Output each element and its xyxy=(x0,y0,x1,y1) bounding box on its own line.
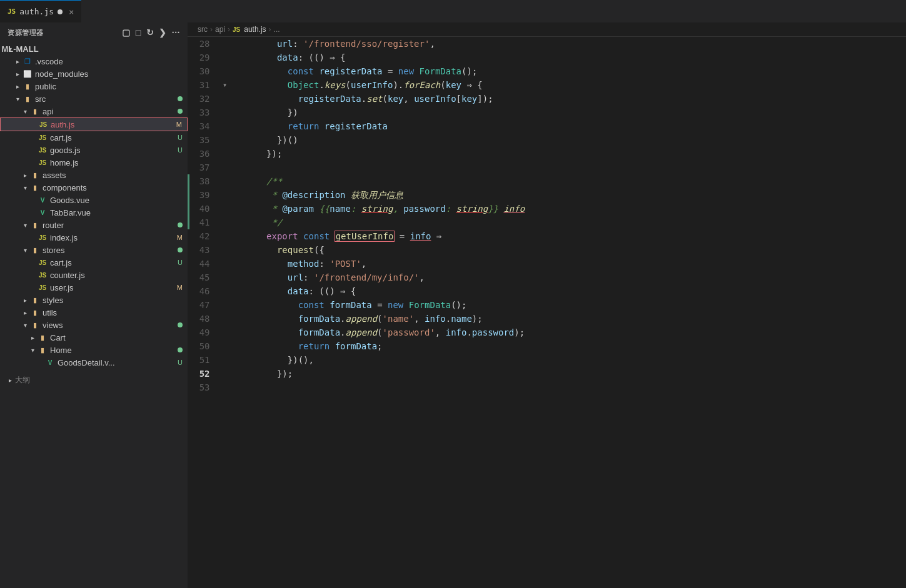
sidebar-item-stores[interactable]: ▮ stores xyxy=(0,244,188,256)
line-number: 45 xyxy=(189,271,220,284)
table-row: 49 formData.append('password', info.pass… xyxy=(189,326,907,339)
line-code: const formData = new FormData(); xyxy=(230,298,907,312)
new-folder-icon[interactable]: □ xyxy=(136,27,141,37)
line-code: /** xyxy=(230,174,907,188)
tree-label: assets xyxy=(43,171,188,180)
more-icon[interactable]: ··· xyxy=(172,27,180,37)
tree-label: cart.js xyxy=(50,133,178,142)
spacer xyxy=(28,232,38,242)
sidebar-item-auth-js[interactable]: JS auth.js M xyxy=(0,117,188,131)
sidebar-item-node-modules[interactable]: ⬜ node_modules xyxy=(0,67,188,80)
line-code: })(), xyxy=(230,353,907,367)
refresh-icon[interactable]: ↻ xyxy=(146,27,154,37)
line-arrow xyxy=(220,37,230,51)
table-row: 35 })() xyxy=(189,133,907,147)
sidebar-item-cart-js[interactable]: JS cart.js U xyxy=(0,131,188,144)
sidebar-item-styles[interactable]: ▮ styles xyxy=(0,294,188,306)
chevron-icon xyxy=(13,94,23,104)
line-number: 35 xyxy=(189,133,220,147)
sidebar-item-tabbar-vue[interactable]: V TabBar.vue xyxy=(0,206,188,219)
sidebar-item-router[interactable]: ▮ router xyxy=(0,219,188,231)
new-file-icon[interactable]: ▢ xyxy=(122,27,131,37)
line-number: 33 xyxy=(189,106,220,119)
sidebar-item-user-js[interactable]: JS user.js M xyxy=(0,281,188,294)
sidebar-item-router-index-js[interactable]: JS index.js M xyxy=(0,231,188,244)
spacer xyxy=(28,207,38,217)
folder-icon: ▮ xyxy=(23,81,33,91)
line-code: })() xyxy=(230,133,907,147)
modified-badge: M xyxy=(176,121,182,128)
line-number: 43 xyxy=(189,243,220,257)
code-editor[interactable]: 28 url: '/frontend/sso/register', 29 dat… xyxy=(188,37,906,588)
tree-label: stores xyxy=(43,246,178,255)
chevron-icon xyxy=(28,345,38,355)
line-arrow xyxy=(220,161,230,174)
table-row: 40 * @param {{name: string, password: st… xyxy=(189,202,907,216)
table-row: 53 xyxy=(189,381,907,394)
spacer xyxy=(28,157,38,167)
folder-icon: ▮ xyxy=(30,295,40,305)
tree-label: api xyxy=(43,107,178,116)
line-number: 51 xyxy=(189,353,220,367)
tab-close-button[interactable]: × xyxy=(69,7,74,17)
js-file-icon: JS xyxy=(38,257,48,267)
tree-label: cart.js xyxy=(50,258,178,267)
chevron-icon xyxy=(20,106,30,116)
sidebar-item-components[interactable]: ▮ components xyxy=(0,181,188,194)
tab-auth-js[interactable]: JS auth.js × xyxy=(0,0,81,22)
tree-label: .vscode xyxy=(35,57,188,66)
line-code: data: (() ⇒ { xyxy=(230,284,907,298)
modified-badge: M xyxy=(177,284,183,291)
sidebar-header-icons: ▢ □ ↻ ❯ ··· xyxy=(122,27,180,37)
outline-section[interactable]: 大纲 xyxy=(0,374,188,387)
table-row: 51 })(), xyxy=(189,353,907,367)
tree-label: Cart xyxy=(50,333,188,342)
js-file-icon: JS xyxy=(38,232,48,242)
folder-icon: ▮ xyxy=(30,220,40,230)
sidebar-item-api[interactable]: ▮ api xyxy=(0,105,188,117)
tree-label: index.js xyxy=(50,233,177,242)
tree-label: GoodsDetail.v... xyxy=(58,358,178,367)
sidebar-item-src[interactable]: ▮ src xyxy=(0,92,188,105)
line-arrow xyxy=(220,51,230,64)
tree-label: views xyxy=(43,321,178,330)
sidebar-item-counter-js[interactable]: JS counter.js xyxy=(0,269,188,281)
vue-file-icon: V xyxy=(38,207,48,217)
sidebar-item-goods-detail[interactable]: V GoodsDetail.v... U xyxy=(0,356,188,369)
untracked-badge: U xyxy=(178,259,183,266)
line-number: 42 xyxy=(189,229,220,243)
sidebar-item-home-js[interactable]: JS home.js xyxy=(0,156,188,169)
line-number: 39 xyxy=(189,188,220,202)
tree-label: auth.js xyxy=(51,120,176,129)
sidebar-item-assets[interactable]: ▮ assets xyxy=(0,169,188,181)
line-arrow xyxy=(220,353,230,367)
sidebar-item-stores-cart-js[interactable]: JS cart.js U xyxy=(0,256,188,269)
tree-root[interactable]: ML-MALL xyxy=(0,42,188,55)
spacer xyxy=(28,119,38,129)
table-row: 29 data: (() ⇒ { xyxy=(189,51,907,64)
sidebar-item-goods-vue[interactable]: V Goods.vue xyxy=(0,194,188,206)
sidebar-item-home-dir[interactable]: ▮ Home xyxy=(0,344,188,356)
sidebar-item-cart-dir[interactable]: ▮ Cart xyxy=(0,331,188,344)
line-arrow xyxy=(220,106,230,119)
line-number: 36 xyxy=(189,147,220,161)
table-row: 36 }); xyxy=(189,147,907,161)
line-arrow xyxy=(220,257,230,271)
line-number: 41 xyxy=(189,216,220,229)
spacer xyxy=(28,270,38,280)
line-arrow xyxy=(220,367,230,381)
line-number: 44 xyxy=(189,257,220,271)
line-code: }) xyxy=(230,106,907,119)
main-layout: 资源管理器 ▢ □ ↻ ❯ ··· ML-MALL ❐ .vscode ⬜ no… xyxy=(0,22,906,588)
collapse-icon[interactable]: ❯ xyxy=(159,27,167,37)
vue-file-icon: V xyxy=(45,357,55,367)
sidebar-item-public[interactable]: ▮ public xyxy=(0,80,188,92)
breadcrumb-sep1: › xyxy=(210,25,213,34)
sidebar-item-vscode[interactable]: ❐ .vscode xyxy=(0,55,188,67)
line-code: url: '/frontend/my/info/', xyxy=(230,271,907,284)
sidebar-item-views[interactable]: ▮ views xyxy=(0,319,188,331)
sidebar-item-utils[interactable]: ▮ utils xyxy=(0,306,188,319)
line-code: */ xyxy=(230,216,907,229)
sidebar-item-goods-js[interactable]: JS goods.js U xyxy=(0,144,188,156)
getUserInfo-highlight: getUserInfo xyxy=(335,231,395,241)
